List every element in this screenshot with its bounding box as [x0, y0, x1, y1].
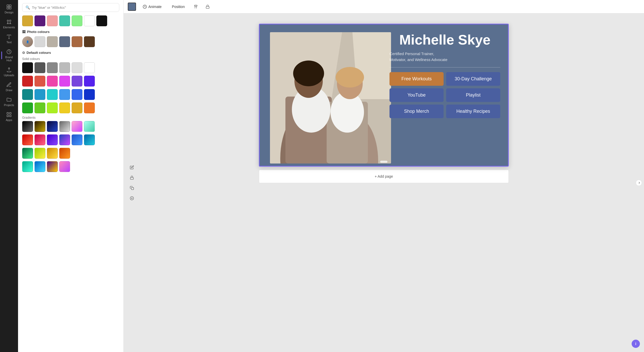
toolbar-color-swatch[interactable] [128, 3, 136, 11]
sidebar-item-text[interactable]: Text [1, 32, 17, 46]
btn-healthy-recipes[interactable]: Healthy Recipes [446, 105, 500, 118]
position-button[interactable]: Position [168, 3, 188, 10]
search-icon: 🔍 [26, 5, 30, 10]
gradient-swatch[interactable] [84, 121, 95, 132]
photo-thumb-swatch[interactable]: 👤 [22, 36, 33, 47]
sidebar-item-uploads[interactable]: Uploads [1, 65, 17, 79]
color-swatch[interactable] [47, 36, 58, 47]
gradient-swatch[interactable] [59, 134, 70, 145]
search-input[interactable] [32, 6, 116, 10]
add-tool[interactable] [128, 194, 136, 202]
svg-rect-16 [131, 187, 134, 190]
color-swatch[interactable] [22, 89, 33, 100]
color-swatch[interactable] [35, 102, 45, 113]
top-color-swatches [22, 15, 119, 26]
sidebar-item-draw[interactable]: Draw [1, 80, 17, 94]
copy-tool[interactable] [128, 184, 136, 192]
color-swatch[interactable] [84, 15, 95, 26]
btn-30day-challenge[interactable]: 30-Day Challenge [446, 72, 500, 86]
gradient-swatch[interactable] [59, 121, 70, 132]
svg-point-29 [293, 61, 324, 86]
color-swatch[interactable] [96, 15, 107, 26]
sidebar-item-design[interactable]: Design [1, 2, 17, 16]
sidebar-item-apps[interactable]: Apps [1, 110, 17, 124]
svg-rect-9 [7, 113, 9, 114]
color-swatch[interactable] [72, 89, 82, 100]
color-swatch[interactable] [72, 36, 82, 47]
color-swatch[interactable] [59, 89, 70, 100]
color-swatch[interactable] [35, 62, 45, 73]
color-swatch[interactable] [59, 36, 70, 47]
color-swatch[interactable] [59, 102, 70, 113]
sidebar-label-text: Text [6, 41, 12, 44]
edit-tool[interactable] [128, 163, 136, 171]
gradient-swatch[interactable] [59, 148, 70, 159]
gradient-swatch[interactable] [35, 134, 45, 145]
color-swatch[interactable] [72, 15, 82, 26]
color-swatch[interactable] [47, 89, 58, 100]
btn-free-workouts[interactable]: Free Workouts [389, 72, 444, 86]
gradient-swatch[interactable] [47, 134, 58, 145]
color-swatch[interactable] [35, 89, 45, 100]
btn-youtube[interactable]: YouTube [389, 88, 444, 102]
color-swatch[interactable] [35, 15, 45, 26]
gradient-swatch[interactable] [72, 134, 82, 145]
gradient-swatches-2 [22, 134, 119, 145]
color-swatch[interactable] [72, 62, 82, 73]
sidebar-item-brand-hub[interactable]: Brand Hub [1, 47, 17, 64]
gradient-swatch[interactable] [47, 121, 58, 132]
gradient-swatch[interactable] [47, 148, 58, 159]
color-swatch[interactable] [72, 102, 82, 113]
gradient-swatch[interactable] [35, 148, 45, 159]
gradient-swatch[interactable] [84, 134, 95, 145]
lock-button[interactable] [203, 2, 212, 11]
gradient-swatch[interactable] [47, 161, 58, 172]
color-swatch[interactable] [59, 15, 70, 26]
solid-swatches-4 [22, 102, 119, 113]
sidebar-item-elements[interactable]: Elements [1, 17, 17, 31]
color-swatch[interactable] [72, 76, 82, 87]
gradient-swatch[interactable] [22, 121, 33, 132]
color-swatch[interactable] [22, 15, 33, 26]
color-swatch[interactable] [47, 102, 58, 113]
page-dot-active [380, 161, 387, 163]
gradient-swatch[interactable] [22, 134, 33, 145]
color-swatch[interactable] [84, 76, 95, 87]
color-swatch[interactable] [84, 89, 95, 100]
gradient-swatch[interactable] [22, 161, 33, 172]
animate-icon [143, 5, 147, 9]
color-swatch[interactable] [35, 36, 45, 47]
gradient-swatch[interactable] [35, 161, 45, 172]
color-swatch[interactable] [84, 36, 95, 47]
color-swatch[interactable] [59, 76, 70, 87]
search-bar[interactable]: 🔍 [22, 3, 119, 12]
gradient-swatch[interactable] [22, 148, 33, 159]
color-swatch[interactable] [22, 62, 33, 73]
color-swatch[interactable] [35, 76, 45, 87]
format-painter-button[interactable] [191, 2, 200, 11]
sidebar-item-projects[interactable]: Projects [1, 95, 17, 109]
help-button[interactable]: i [632, 340, 640, 348]
add-page-bar[interactable]: + Add page [259, 170, 509, 183]
color-swatch[interactable] [84, 62, 95, 73]
color-swatch[interactable] [22, 76, 33, 87]
left-panel: 🔍 🖼 Photo colours 👤 ⊙ Default colours So… [18, 0, 124, 352]
lock-tool[interactable] [128, 174, 136, 182]
gradient-swatch[interactable] [59, 161, 70, 172]
color-swatch[interactable] [84, 102, 95, 113]
design-canvas[interactable]: Michelle Skye Certified Personal Trainer… [259, 24, 509, 167]
btn-shop-merch[interactable]: Shop Merch [389, 105, 444, 118]
color-swatch[interactable] [47, 15, 58, 26]
animate-button[interactable]: Animate [139, 3, 165, 10]
resize-handle[interactable] [636, 180, 642, 186]
gradient-swatch[interactable] [35, 121, 45, 132]
color-swatch[interactable] [47, 62, 58, 73]
gradient-swatch[interactable] [72, 121, 82, 132]
color-swatch[interactable] [22, 102, 33, 113]
color-swatch[interactable] [59, 62, 70, 73]
color-swatch[interactable] [47, 76, 58, 87]
top-toolbar: Animate Position [124, 0, 644, 13]
btn-playlist[interactable]: Playlist [446, 88, 500, 102]
canvas-photo [270, 32, 391, 164]
default-colors-icon: ⊙ [22, 51, 25, 55]
